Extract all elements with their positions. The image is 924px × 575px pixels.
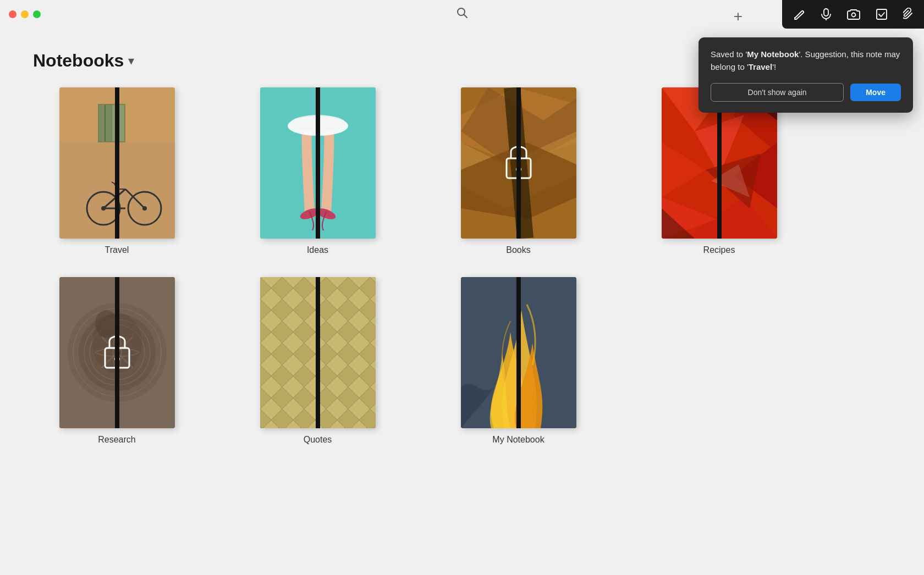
svg-rect-24 [115,87,119,239]
notebook-research[interactable]: Research [33,277,201,445]
notebook-books[interactable]: Books [435,87,602,255]
search-button[interactable] [456,7,468,22]
svg-rect-25 [260,87,376,239]
toast-notebook-name: My Notebook [747,49,799,59]
svg-line-1 [464,15,468,18]
attachment-button[interactable] [903,8,913,21]
svg-point-56 [95,310,117,338]
svg-rect-30 [316,87,320,239]
toast-notification: Saved to 'My Notebook'. Suggestion, this… [698,37,913,113]
edit-button[interactable] [793,8,805,20]
notebook-books-label: Books [506,245,530,255]
svg-line-21 [114,184,117,189]
notebook-travel[interactable]: Travel [33,87,201,255]
svg-point-4 [852,13,856,17]
move-button[interactable]: Move [850,84,901,101]
new-note-button[interactable]: + [734,8,743,25]
traffic-lights [9,10,41,18]
svg-rect-59 [115,277,119,428]
notebook-mynotebook-label: My Notebook [492,435,544,445]
svg-point-58 [114,356,120,362]
mic-button[interactable] [821,8,832,20]
svg-point-27 [290,115,345,131]
minimize-button[interactable] [21,10,29,18]
svg-rect-89 [316,277,320,428]
notebook-mynotebook[interactable]: My Notebook [435,277,602,445]
svg-rect-92 [516,277,521,428]
checkbox-button[interactable] [876,8,888,20]
notebook-research-label: Research [98,435,135,445]
close-button[interactable] [9,10,16,18]
notebook-quotes[interactable]: Quotes [234,277,402,445]
svg-rect-2 [824,9,828,16]
new-note-plus-wrapper: + [734,8,743,25]
svg-point-34 [516,167,521,172]
svg-rect-12 [59,142,175,239]
toast-message: Saved to 'My Notebook'. Suggestion, this… [711,48,901,73]
svg-rect-35 [516,87,521,239]
toast-actions: Don't show again Move [711,83,901,102]
svg-point-51 [79,314,156,391]
camera-button[interactable] [847,9,860,20]
title-chevron[interactable]: ▾ [128,54,134,68]
svg-rect-10 [112,105,124,141]
notebook-recipes-label: Recipes [703,245,735,255]
notebook-quotes-label: Quotes [304,435,332,445]
notebook-travel-label: Travel [105,245,129,255]
svg-rect-5 [877,9,887,19]
toast-suggest-name: Travel [749,62,772,71]
maximize-button[interactable] [33,10,41,18]
svg-rect-88 [260,277,376,428]
svg-line-23 [114,182,119,184]
notebook-ideas-label: Ideas [307,245,328,255]
notebook-ideas[interactable]: Ideas [234,87,402,255]
toolbar [782,0,924,29]
notebooks-grid: Travel [33,87,803,445]
dont-show-again-button[interactable]: Don't show again [711,83,844,102]
